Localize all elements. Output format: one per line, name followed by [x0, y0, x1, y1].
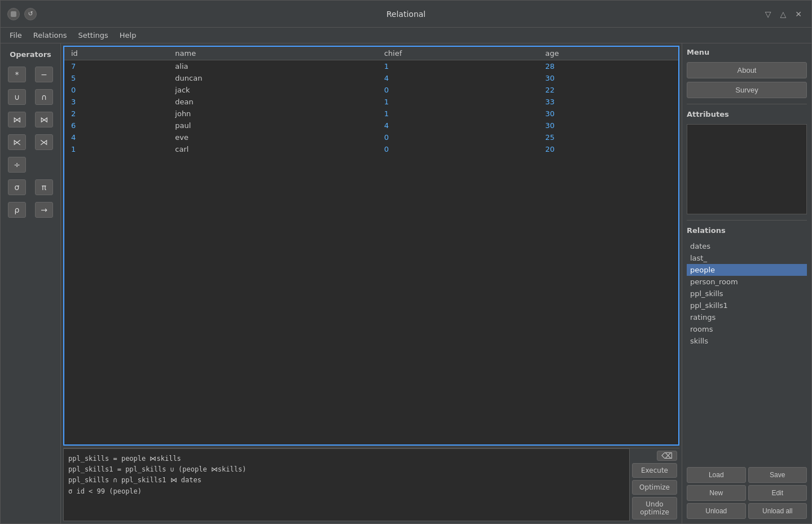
- center-area: id name chief age 7alia1285duncan4300jac…: [61, 43, 682, 523]
- relation-item-last_[interactable]: last_: [687, 252, 807, 264]
- divider-1: [687, 104, 807, 104]
- relations-list: dateslast_peopleperson_roomppl_skillsppl…: [687, 240, 807, 461]
- col-header-chief: chief: [378, 47, 539, 60]
- cell-age: 30: [538, 120, 678, 131]
- menu-settings[interactable]: Settings: [73, 30, 112, 41]
- cell-chief: 0: [378, 131, 539, 143]
- cell-age: 25: [538, 131, 678, 143]
- optimize-btn[interactable]: Optimize: [632, 480, 677, 495]
- cell-chief: 0: [378, 143, 539, 155]
- cell-chief: 4: [378, 120, 539, 131]
- cell-age: 33: [538, 96, 678, 108]
- operators-panel: Operators * − ∪ ∩ ⋈ ⋈ ⋉ ⋊ ÷ σ: [1, 43, 61, 523]
- op-join-right-btn[interactable]: ⋈: [35, 112, 53, 127]
- query-input[interactable]: [63, 448, 630, 521]
- table-row[interactable]: 3dean133: [64, 96, 678, 108]
- relation-item-skills[interactable]: skills: [687, 335, 807, 347]
- cell-chief: 1: [378, 60, 539, 73]
- relation-item-ppl_skills1[interactable]: ppl_skills1: [687, 300, 807, 311]
- op-row-2: ∪ ∩: [1, 86, 60, 108]
- op-select-btn[interactable]: σ: [8, 179, 26, 195]
- cell-age: 28: [538, 60, 678, 73]
- cell-name: duncan: [168, 72, 377, 84]
- cell-age: 22: [538, 84, 678, 96]
- window-minimize-btn[interactable]: ▽: [762, 8, 774, 20]
- about-btn[interactable]: About: [687, 62, 807, 78]
- window-back-btn[interactable]: ↺: [24, 8, 37, 20]
- op-union-btn[interactable]: ∪: [8, 89, 26, 105]
- op-row-6: σ π: [1, 176, 60, 199]
- execute-btn[interactable]: Execute: [632, 463, 677, 478]
- unload-btn[interactable]: Unload: [687, 503, 746, 519]
- op-minus-btn[interactable]: −: [35, 67, 53, 82]
- op-intersect-btn[interactable]: ∩: [35, 89, 53, 105]
- query-area: ⌫ Execute Optimize Undo optimize: [63, 448, 679, 521]
- table-row[interactable]: 1carl020: [64, 143, 678, 155]
- op-rename-btn[interactable]: ρ: [8, 202, 26, 218]
- op-project-btn[interactable]: π: [35, 179, 53, 195]
- cell-id: 7: [64, 60, 168, 73]
- clear-query-btn[interactable]: ⌫: [657, 451, 677, 461]
- table-row[interactable]: 7alia128: [64, 60, 678, 73]
- op-row-7: ρ →: [1, 199, 60, 221]
- main-area: Operators * − ∪ ∩ ⋈ ⋈ ⋉ ⋊ ÷ σ: [1, 43, 811, 523]
- relation-item-ppl_skills[interactable]: ppl_skills: [687, 288, 807, 300]
- table-row[interactable]: 6paul430: [64, 120, 678, 131]
- col-header-id: id: [64, 47, 168, 60]
- save-btn[interactable]: Save: [748, 467, 807, 483]
- relation-item-people[interactable]: people: [687, 264, 807, 276]
- op-join-left-btn[interactable]: ⋈: [8, 112, 26, 127]
- edit-btn[interactable]: Edit: [748, 485, 807, 501]
- op-divide-btn[interactable]: ÷: [8, 157, 26, 173]
- new-btn[interactable]: New: [687, 485, 746, 501]
- cell-id: 5: [64, 72, 168, 84]
- col-header-age: age: [538, 47, 678, 60]
- op-semijoin-left-btn[interactable]: ⋉: [8, 134, 26, 150]
- cell-name: eve: [168, 131, 377, 143]
- op-semijoin-right-btn[interactable]: ⋊: [35, 134, 53, 150]
- op-row-3: ⋈ ⋈: [1, 108, 60, 131]
- window-icon-btn[interactable]: [7, 8, 20, 20]
- data-table: id name chief age 7alia1285duncan4300jac…: [64, 47, 678, 155]
- titlebar: ↺ Relational ▽ △ ✕: [1, 1, 811, 28]
- divider-2: [687, 220, 807, 221]
- table-area[interactable]: id name chief age 7alia1285duncan4300jac…: [63, 46, 679, 446]
- cell-age: 20: [538, 143, 678, 155]
- menu-help[interactable]: Help: [115, 30, 141, 41]
- relation-item-rooms[interactable]: rooms: [687, 323, 807, 335]
- table-row[interactable]: 2john130: [64, 108, 678, 120]
- window-action-controls: ▽ △ ✕: [762, 8, 805, 20]
- cell-chief: 4: [378, 72, 539, 84]
- attributes-section-title: Attributes: [687, 110, 807, 118]
- attributes-box: [687, 124, 807, 214]
- cell-age: 30: [538, 72, 678, 84]
- menu-section-title: Menu: [687, 48, 807, 56]
- window-controls: ↺: [7, 8, 37, 20]
- survey-btn[interactable]: Survey: [687, 82, 807, 98]
- relation-item-person_room[interactable]: person_room: [687, 276, 807, 288]
- svg-rect-0: [11, 11, 16, 17]
- load-btn[interactable]: Load: [687, 467, 746, 483]
- cell-name: carl: [168, 143, 377, 155]
- cell-name: john: [168, 108, 377, 120]
- table-row[interactable]: 4eve025: [64, 131, 678, 143]
- cell-name: paul: [168, 120, 377, 131]
- bottom-buttons: Load Save New Edit Unload Unload all: [687, 467, 807, 519]
- op-row-1: * −: [1, 63, 60, 86]
- menu-file[interactable]: File: [5, 30, 27, 41]
- table-row[interactable]: 5duncan430: [64, 72, 678, 84]
- cell-name: jack: [168, 84, 377, 96]
- op-cross-btn[interactable]: *: [8, 67, 26, 82]
- relation-item-dates[interactable]: dates: [687, 240, 807, 252]
- unload-all-btn[interactable]: Unload all: [748, 503, 807, 519]
- menu-relations[interactable]: Relations: [29, 30, 72, 41]
- window-restore-btn[interactable]: △: [777, 8, 789, 20]
- op-row-5: ÷: [1, 153, 60, 176]
- window-close-btn[interactable]: ✕: [792, 8, 805, 20]
- relation-item-ratings[interactable]: ratings: [687, 311, 807, 323]
- table-row[interactable]: 0jack022: [64, 84, 678, 96]
- cell-id: 2: [64, 108, 168, 120]
- undo-optimize-btn[interactable]: Undo optimize: [632, 497, 677, 519]
- op-arrow-btn[interactable]: →: [35, 202, 53, 218]
- cell-name: dean: [168, 96, 377, 108]
